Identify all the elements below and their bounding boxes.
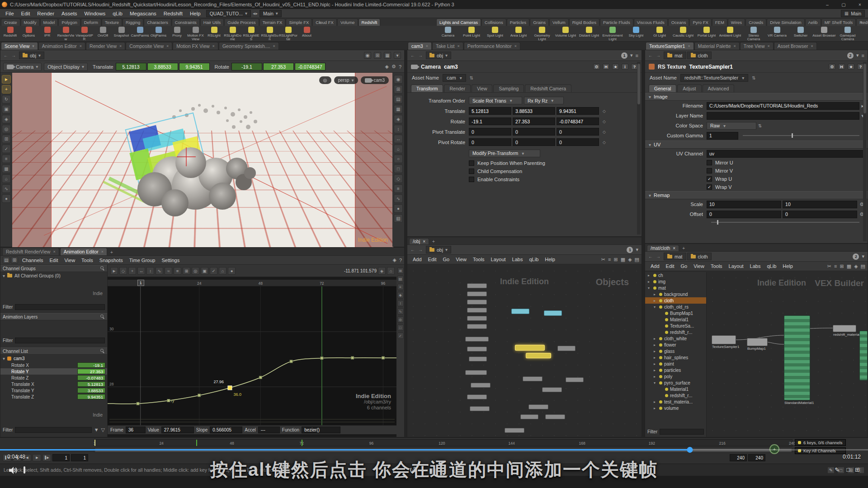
keyframe-widget-icon[interactable]: ◇ bbox=[603, 109, 606, 113]
filter-input[interactable] bbox=[660, 429, 704, 435]
menu-item[interactable]: Edit bbox=[18, 10, 34, 17]
rotate-field[interactable]: 27.353 bbox=[263, 63, 294, 70]
tree-item[interactable]: redshift_r... bbox=[645, 392, 706, 399]
checkbox[interactable] bbox=[469, 160, 474, 166]
Rotate Y[interactable]: Rotate Y 27.353 bbox=[0, 368, 107, 375]
tab-close-icon[interactable]: × bbox=[166, 44, 169, 48]
shelf-tool[interactable]: Redshift bbox=[1, 26, 19, 41]
shelf-tab[interactable]: Collisions bbox=[481, 19, 506, 26]
Translate Z[interactable]: Translate Z 9.94351 bbox=[0, 394, 107, 400]
rotate-field[interactable]: -0.0748347 bbox=[295, 63, 326, 70]
transform-order-select[interactable]: Scale Rot Trans▾ bbox=[469, 97, 522, 104]
shelf-tool[interactable]: RSLightSun bbox=[260, 26, 279, 41]
pane-tab[interactable]: Geometry Spreadsh....× bbox=[219, 42, 279, 50]
checkbox[interactable]: ✓ bbox=[707, 176, 712, 182]
graph-canvas[interactable] bbox=[108, 286, 397, 425]
filename-field[interactable]: C:/Users/Mark/Dropbox/TUTORIALS/Houdini_… bbox=[707, 102, 859, 110]
shelf-tab[interactable]: Characters bbox=[144, 19, 171, 26]
color-space-select[interactable]: Raw▾ bbox=[707, 122, 756, 130]
forward-icon[interactable]: → bbox=[656, 254, 660, 259]
offset-field[interactable]: 0 bbox=[783, 211, 857, 218]
function-field[interactable]: bezier() bbox=[302, 427, 340, 433]
network-node[interactable] bbox=[511, 309, 529, 314]
tab-close-icon[interactable]: × bbox=[673, 246, 675, 251]
tree-item[interactable]: Material1 bbox=[645, 316, 706, 323]
shelf-tool[interactable]: Caustic Light bbox=[671, 26, 695, 41]
rotate-field[interactable]: -19.1 bbox=[469, 117, 511, 125]
pane-tab[interactable]: Tree View× bbox=[740, 42, 774, 50]
tab-close-icon[interactable]: × bbox=[423, 239, 425, 244]
viewport-view-icon[interactable]: ∿ bbox=[394, 194, 403, 203]
table-toggle-icon[interactable]: ⊞ bbox=[11, 257, 18, 263]
camera-menu[interactable]: Camera ▾ bbox=[3, 63, 42, 71]
back-icon[interactable]: ← bbox=[410, 53, 415, 58]
network-menu-item[interactable]: Add bbox=[647, 263, 663, 270]
shelf-tool[interactable]: Portal Light bbox=[695, 26, 718, 41]
param-tab[interactable]: View bbox=[472, 84, 493, 92]
shelf-tab[interactable]: Polygon bbox=[58, 19, 80, 26]
shelf-tool[interactable]: CamParms bbox=[131, 26, 149, 41]
graph-plot[interactable]: ry 27.96 36.0 Indie Edition /obj/cam3/ry… bbox=[108, 286, 397, 425]
graph-tool-icon[interactable]: ● bbox=[228, 267, 236, 275]
all-channel-groups-row[interactable]: ▾ All Channel Groups (0) bbox=[0, 272, 107, 279]
expand-icon[interactable]: ▸ bbox=[654, 356, 657, 360]
forward-icon[interactable]: → bbox=[656, 53, 660, 58]
network-node[interactable] bbox=[557, 346, 576, 351]
shelf-tool[interactable]: Volume Light bbox=[554, 26, 577, 41]
modify-pretransform-button[interactable]: Modify Pre-Transform▾ bbox=[469, 150, 540, 157]
expand-icon[interactable]: ▾ bbox=[654, 381, 657, 385]
offset-field[interactable]: 0 bbox=[707, 211, 781, 218]
tree-item[interactable]: BumpMap1 bbox=[645, 310, 706, 316]
shelf-tool[interactable]: Stereo Camera bbox=[742, 26, 765, 41]
path-crumb[interactable]: mat bbox=[664, 253, 686, 260]
graph-tool-icon[interactable]: ⊞ bbox=[183, 267, 190, 275]
pose-tool-icon[interactable]: ◈ bbox=[2, 115, 11, 123]
star-icon[interactable]: ★ bbox=[848, 64, 854, 70]
desktop-prev-icon[interactable]: ◂ bbox=[253, 11, 255, 16]
network-toolbar-icon[interactable]: ▦ bbox=[621, 257, 625, 263]
network-menu-item[interactable]: Layout bbox=[488, 256, 509, 263]
back-icon[interactable]: ← bbox=[4, 53, 8, 58]
channel-value-field[interactable]: 3.88533 bbox=[77, 388, 105, 393]
layout-selector[interactable]: Main▾ bbox=[259, 10, 282, 17]
rotate-field[interactable]: 27.353 bbox=[513, 117, 555, 125]
minimize-button[interactable]: – bbox=[819, 0, 835, 9]
filter-funnel-icon[interactable]: ▽ bbox=[101, 427, 105, 433]
tab-close-icon[interactable]: × bbox=[457, 44, 459, 48]
network-menu-item[interactable]: qLib bbox=[526, 256, 542, 263]
pane-tab[interactable]: TextureSampler1× bbox=[646, 42, 694, 50]
shelf-tool[interactable]: RenderView bbox=[57, 26, 75, 41]
add-network-tab-button[interactable]: + bbox=[430, 239, 437, 244]
mat-network-canvas[interactable]: Indie Edition VEX Builder TextureSampler… bbox=[707, 272, 868, 437]
info-icon[interactable]: i bbox=[622, 64, 628, 70]
rotate-tool-icon[interactable]: ↻ bbox=[2, 95, 11, 103]
param-tab[interactable]: Redshift Camera bbox=[525, 84, 571, 92]
expand-icon[interactable]: ▸ bbox=[648, 280, 651, 284]
network-toolbar-icon[interactable]: ⊞ bbox=[614, 257, 618, 263]
shelf-tab[interactable]: Pyro FX bbox=[689, 19, 711, 26]
expand-icon[interactable]: ▸ bbox=[654, 406, 657, 410]
menu-item[interactable]: Megascans bbox=[126, 10, 160, 17]
video-scrubber-handle[interactable] bbox=[687, 447, 693, 453]
keyframe-widget-icon[interactable]: ◇ bbox=[603, 140, 606, 145]
keyframe-widget-icon[interactable]: ◇ bbox=[603, 119, 606, 124]
network-node[interactable] bbox=[505, 428, 524, 433]
network-menu-item[interactable]: Layout bbox=[726, 263, 747, 270]
network-node[interactable] bbox=[528, 404, 548, 409]
viewport-view-icon[interactable]: ○ bbox=[394, 155, 403, 163]
shelf-tool[interactable]: Distant Light bbox=[577, 26, 601, 41]
lock-icon[interactable]: ◈ bbox=[385, 64, 389, 70]
shelf-tab[interactable]: Constraints bbox=[172, 19, 200, 26]
shelf-tool[interactable]: Camera bbox=[436, 26, 460, 41]
network-node[interactable]: BumpMap1 bbox=[747, 338, 768, 346]
viewport-view-icon[interactable]: □ bbox=[394, 164, 403, 173]
layer-name-field[interactable] bbox=[707, 112, 859, 120]
select-tool-icon[interactable]: ► bbox=[2, 75, 11, 84]
pin-icon[interactable]: ◈ bbox=[392, 257, 396, 263]
channel-value-field[interactable]: -19.1 bbox=[77, 362, 105, 368]
graph-side-icon[interactable]: ⊞ bbox=[397, 267, 404, 274]
network-menu-item[interactable]: Edit bbox=[663, 263, 678, 270]
tree-item[interactable]: TextureSa... bbox=[645, 323, 706, 329]
shelf-tool[interactable]: RSLightIES bbox=[242, 26, 260, 41]
scale-tool-icon[interactable]: ▣ bbox=[2, 105, 11, 113]
